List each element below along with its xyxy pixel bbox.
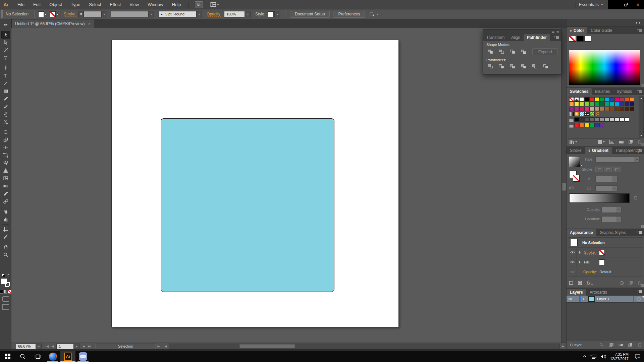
- close-panel-icon[interactable]: ✕: [556, 30, 559, 34]
- draw-mode-button[interactable]: [2, 296, 9, 302]
- document-setup-button[interactable]: Document Setup: [290, 11, 330, 18]
- tool-gradient[interactable]: [1, 182, 10, 190]
- tab-appearance[interactable]: Appearance: [567, 229, 596, 236]
- swatch[interactable]: [604, 102, 609, 106]
- taskbar-start-button[interactable]: [0, 351, 15, 362]
- swatch[interactable]: [594, 107, 599, 111]
- resize-grip[interactable]: [641, 84, 644, 87]
- swatch-folder[interactable]: [569, 117, 574, 122]
- swatch[interactable]: [609, 97, 614, 102]
- tool-magic-wand[interactable]: [1, 46, 10, 54]
- swatch[interactable]: [599, 97, 604, 102]
- last-artboard-button[interactable]: ▶|: [87, 345, 92, 348]
- swatch-folder[interactable]: [569, 123, 574, 127]
- width-profile-field[interactable]: [111, 11, 148, 17]
- tab-color-guide[interactable]: Color Guide: [587, 27, 615, 34]
- trash-icon[interactable]: [638, 343, 642, 347]
- tab-swatches[interactable]: Swatches: [567, 88, 592, 95]
- divide-button[interactable]: [486, 64, 494, 69]
- delete-stop-icon[interactable]: [634, 195, 638, 200]
- swatch-options-icon[interactable]: [609, 140, 614, 144]
- gradient-type-dropdown[interactable]: [595, 157, 640, 163]
- stroke-gradient-across-button[interactable]: [613, 167, 621, 172]
- preferences-button[interactable]: Preferences: [333, 11, 365, 18]
- taskbar-clock[interactable]: 7:31 PM 12/27/2017: [610, 352, 629, 361]
- toolbar-expand-icon[interactable]: ▶▶: [4, 23, 7, 26]
- tool-lasso[interactable]: [1, 54, 10, 62]
- swatch[interactable]: [630, 97, 634, 102]
- minimize-button[interactable]: —: [608, 0, 620, 9]
- tool-type[interactable]: T: [1, 72, 10, 79]
- resize-grip[interactable]: [641, 284, 644, 287]
- menu-edit[interactable]: Edit: [29, 2, 45, 7]
- new-layer-icon[interactable]: [628, 343, 633, 347]
- stroke-gradient-within-button[interactable]: [595, 167, 603, 172]
- white-swatch[interactable]: [584, 36, 591, 42]
- scroll-left-button[interactable]: ◀: [163, 345, 168, 348]
- panel-grip[interactable]: [1, 10, 3, 18]
- stroke-weight-field[interactable]: [84, 11, 102, 17]
- tool-slice[interactable]: [1, 233, 10, 241]
- resize-grip[interactable]: [641, 225, 644, 228]
- fill-color-swatch[interactable]: [38, 11, 44, 17]
- expand-layer-icon[interactable]: [583, 298, 586, 300]
- swatch[interactable]: [630, 102, 634, 106]
- stroke-weight-stepper[interactable]: [78, 11, 84, 17]
- tool-eyedropper[interactable]: [1, 190, 10, 197]
- zoom-dropdown[interactable]: [36, 344, 42, 349]
- collapse-panel-icon[interactable]: [570, 28, 572, 33]
- menu-view[interactable]: View: [125, 2, 143, 7]
- swatch[interactable]: [620, 102, 624, 106]
- swatch[interactable]: [614, 117, 619, 122]
- duplicate-item-icon[interactable]: [629, 281, 633, 285]
- fill-proxy[interactable]: [1, 278, 7, 284]
- swatch[interactable]: [574, 117, 579, 122]
- gradient-button[interactable]: [4, 290, 7, 294]
- swatch[interactable]: [579, 102, 584, 106]
- status-menu-button[interactable]: ▶: [156, 345, 161, 348]
- tool-perspective-grid[interactable]: [1, 167, 10, 174]
- make-clipping-mask-icon[interactable]: [609, 343, 613, 347]
- show-hidden-icons-icon[interactable]: [582, 355, 587, 358]
- swatch[interactable]: [594, 117, 599, 122]
- gradient-opacity-dropdown[interactable]: [601, 207, 622, 213]
- visibility-toggle[interactable]: [568, 257, 577, 267]
- layer-target-icon[interactable]: [637, 297, 641, 301]
- opacity-field[interactable]: 100%: [224, 11, 245, 17]
- menu-effect[interactable]: Effect: [105, 2, 125, 7]
- swatch[interactable]: [599, 123, 604, 127]
- style-dropdown[interactable]: [274, 11, 280, 17]
- brush-definition-field[interactable]: ● 5 pt. Round: [159, 11, 196, 17]
- brush-dropdown[interactable]: [196, 11, 202, 17]
- swatch[interactable]: [574, 102, 579, 106]
- swatch-pattern-leaves[interactable]: [589, 112, 594, 116]
- scroll-up-icon[interactable]: [640, 97, 642, 99]
- swatch[interactable]: [604, 107, 609, 111]
- visibility-toggle[interactable]: [568, 248, 577, 257]
- swatch[interactable]: [594, 123, 599, 127]
- clear-appearance-icon[interactable]: [620, 281, 624, 285]
- tab-transform[interactable]: Transform: [483, 34, 508, 41]
- swatch[interactable]: [594, 97, 599, 102]
- panel-menu-icon[interactable]: [637, 89, 642, 94]
- appearance-row-fill[interactable]: Fill:: [568, 257, 643, 267]
- swatch[interactable]: [614, 97, 619, 102]
- tool-blend[interactable]: [1, 197, 10, 205]
- tab-color[interactable]: Color: [567, 27, 587, 34]
- swatch-gradient-radial[interactable]: [574, 112, 579, 116]
- scroll-right-button[interactable]: ▶: [560, 345, 566, 348]
- action-center-icon[interactable]: [635, 354, 641, 359]
- swatch[interactable]: [630, 107, 634, 111]
- gradient-aspect-dropdown[interactable]: [595, 185, 618, 191]
- align-options-button[interactable]: [370, 12, 378, 16]
- locate-object-icon[interactable]: [599, 343, 604, 347]
- tool-shape-builder[interactable]: [1, 159, 10, 167]
- style-swatch[interactable]: [268, 11, 274, 17]
- swatch[interactable]: [589, 102, 594, 106]
- appearance-row-stroke[interactable]: Stroke:: [568, 248, 643, 257]
- swatch[interactable]: [569, 107, 574, 111]
- menu-object[interactable]: Object: [45, 2, 66, 7]
- swatch[interactable]: [579, 117, 584, 122]
- panel-menu-icon[interactable]: [637, 231, 642, 235]
- restore-button[interactable]: [620, 0, 632, 9]
